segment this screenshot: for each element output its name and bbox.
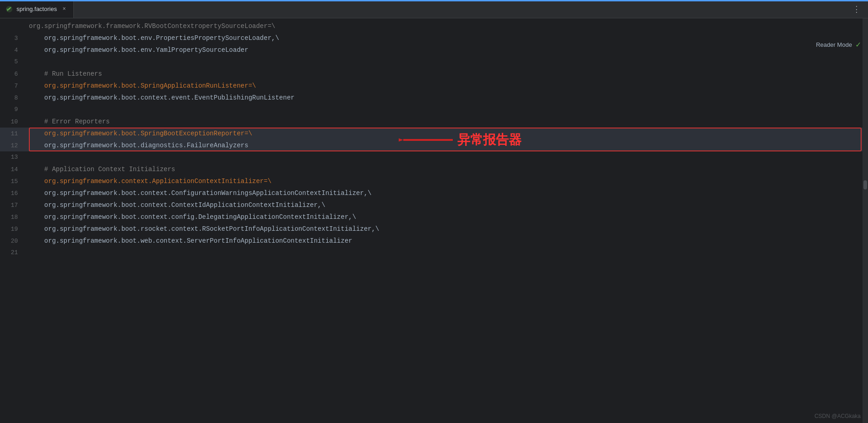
line-number: 11 — [0, 128, 25, 140]
spring-factories-tab[interactable]: spring.factories × — [0, 0, 74, 18]
line-content: org.springframework.boot.web.context.Ser… — [25, 235, 868, 247]
code-line: 18 org.springframework.boot.context.conf… — [0, 211, 868, 223]
line-content: # Application Context Initializers — [25, 163, 868, 175]
line-content: org.springframework.boot.context.Context… — [25, 199, 868, 211]
line-content: org.springframework.boot.SpringApplicati… — [25, 80, 868, 92]
line-number: 18 — [0, 212, 25, 223]
line-number: 6 — [0, 68, 25, 80]
line-number: 7 — [0, 80, 25, 92]
code-lines-container: org.springframework.framework.RVBootCont… — [0, 18, 868, 423]
line-content: org.springframework.boot.env.PropertiesP… — [25, 32, 868, 44]
code-line: 20 org.springframework.boot.web.context.… — [0, 235, 868, 247]
code-line: 13 — [0, 151, 868, 163]
code-line: 14 # Application Context Initializers — [0, 163, 868, 175]
code-line: 19 org.springframework.boot.rsocket.cont… — [0, 223, 868, 235]
annotation-group: 异常报告器 — [399, 131, 522, 149]
line-number: 14 — [0, 164, 25, 176]
line-content: org.springframework.context.ApplicationC… — [25, 175, 868, 187]
line-content: org.springframework.boot.context.event.E… — [25, 92, 868, 104]
code-line: 4 org.springframework.boot.env.YamlPrope… — [0, 44, 868, 56]
line-number: 13 — [0, 151, 25, 163]
line-content: # Run Listeners — [25, 68, 868, 80]
code-line: 15 org.springframework.context.Applicati… — [0, 175, 868, 187]
line-content: org.springframework.boot.rsocket.context… — [25, 223, 868, 235]
watermark: CSDN @ACGkaka — [814, 413, 861, 419]
more-tabs-button[interactable]: ⋮ — [845, 0, 868, 18]
annotation-arrow — [399, 131, 454, 149]
tab-close-button[interactable]: × — [60, 6, 68, 13]
code-line: 3 org.springframework.boot.env.Propertie… — [0, 32, 868, 44]
code-line: 10 # Error Reporters — [0, 116, 868, 128]
code-line: 5 — [0, 56, 868, 68]
code-line: 7 org.springframework.boot.SpringApplica… — [0, 80, 868, 92]
line-content: org.springframework.boot.context.config.… — [25, 211, 868, 223]
line-content: org.springframework.boot.context.Configu… — [25, 187, 868, 199]
code-line: 6 # Run Listeners — [0, 68, 868, 80]
code-line: 8 org.springframework.boot.context.event… — [0, 92, 868, 104]
line-number: 12 — [0, 140, 25, 152]
reader-mode-bar: Reader Mode ✓ — [808, 37, 868, 52]
line-number: 17 — [0, 200, 25, 212]
line-number: 19 — [0, 223, 25, 235]
line-content: org.springframework.framework.RVBootCont… — [25, 20, 868, 32]
code-editor: Reader Mode ✓ 异常报告器 org.springframework.… — [0, 18, 868, 423]
line-number: 9 — [0, 104, 25, 116]
tab-label: spring.factories — [16, 6, 57, 12]
tab-bar: spring.factories × ⋮ — [0, 0, 868, 18]
line-number: 10 — [0, 116, 25, 128]
code-line: 17 org.springframework.boot.context.Cont… — [0, 199, 868, 211]
line-number: 20 — [0, 235, 25, 247]
line-number: 4 — [0, 45, 25, 56]
code-line: 16 org.springframework.boot.context.Conf… — [0, 187, 868, 199]
reader-mode-label: Reader Mode — [816, 41, 852, 48]
code-line: 21 — [0, 247, 868, 259]
scrollbar-track[interactable] — [863, 18, 868, 423]
code-line: org.springframework.framework.RVBootCont… — [0, 20, 868, 32]
line-number: 16 — [0, 188, 25, 200]
spring-icon — [5, 6, 13, 13]
tab-top-indicator — [0, 0, 868, 1]
code-line: 9 — [0, 104, 868, 116]
annotation-text: 异常报告器 — [457, 131, 522, 149]
reader-mode-check-icon[interactable]: ✓ — [856, 39, 861, 50]
line-content: org.springframework.boot.env.YamlPropert… — [25, 44, 868, 56]
line-number: 8 — [0, 92, 25, 104]
line-content: # Error Reporters — [25, 116, 868, 128]
line-number: 5 — [0, 56, 25, 68]
line-number: 15 — [0, 176, 25, 188]
line-number: 3 — [0, 33, 25, 45]
scrollbar-thumb[interactable] — [863, 180, 867, 189]
line-number: 21 — [0, 247, 25, 259]
